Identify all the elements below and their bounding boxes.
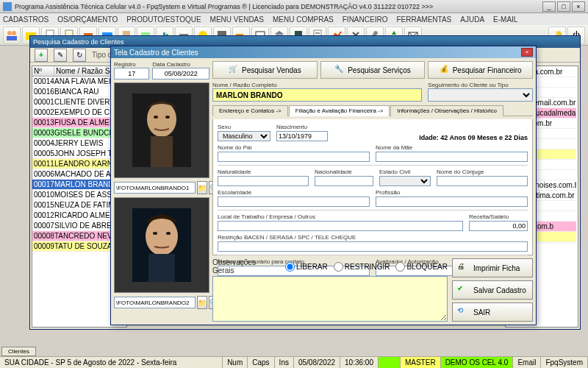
restricao-input[interactable] [218,241,528,252]
escolaridade-label: Escolaridade [218,189,370,196]
naturalidade-label: Naturalidade [218,169,309,175]
status-time: 10:36:00 [340,357,379,368]
datacadastro-label: Data Cadastro [152,61,209,68]
nascimento-label: Nascimento [276,124,328,130]
nome-input[interactable] [212,88,422,102]
statusbar: SUA CIDADE - SP 5 de Agosto de 2022 - Se… [0,356,588,368]
localtrabalho-label: Local de Trabalho / Empresa / Outros [218,213,463,220]
menu-email[interactable]: E-MAIL [493,15,517,24]
nascimento-input[interactable] [276,131,328,141]
nacionalidade-input[interactable] [315,176,373,186]
tabs: Endereço e Contatos -> Filiação e Avalia… [212,105,533,116]
status-demo: DEMO OS CEL 4.0 [441,357,514,368]
menu-compras[interactable]: MENU COMPRAS [273,15,334,24]
nomepai-input[interactable] [218,152,370,162]
svg-point-1 [12,31,16,35]
menu-cadastros[interactable]: CADASTROS [3,15,49,24]
tab-filiacao[interactable]: Filiação e Avaliação Financeira -> [289,105,390,116]
status-master: MASTER [401,357,441,368]
liberar-radio[interactable]: LIBERAR [285,262,328,272]
menu-ajuda[interactable]: AJUDA [460,15,484,24]
svg-point-26 [147,102,176,137]
bloquear-radio[interactable]: BLOQUEAR [395,262,448,272]
mdi-tab-clientes[interactable]: Clientes [1,347,36,356]
svg-point-0 [7,31,12,35]
menu-ferramentas[interactable]: FERRAMENTAS [396,15,451,24]
refresh-icon[interactable]: ↻ [73,49,86,62]
menu-financeiro[interactable]: FINANCEIRO [343,15,388,24]
photo1-browse-button[interactable]: 📁 [197,181,207,194]
mdi-tabs: Clientes [1,347,36,356]
status-num: Num [223,357,248,368]
estadocivil-select[interactable] [379,176,431,186]
tb-users-icon[interactable] [3,26,21,44]
status-caps: Caps [248,357,274,368]
form-pane: 🛒Pesquisar Vendas 🔧Pesquisar Serviços 💰P… [212,61,533,322]
main-titlebar: Programa Assistência Técnica Celular v4.… [0,0,588,13]
photo2-path-input[interactable] [114,297,196,308]
menu-vendas[interactable]: MENU VENDAS [210,15,264,24]
svg-rect-2 [7,36,17,40]
profissao-input[interactable] [376,197,528,207]
svg-rect-14 [181,31,187,34]
grid-header-num[interactable]: Nº [32,66,54,76]
escolaridade-input[interactable] [218,197,370,207]
minimize-button[interactable]: _ [542,1,556,12]
dialog-titlebar[interactable]: Tela Cadastro de Clientes × [111,46,536,58]
photo2 [114,197,209,293]
obs-textarea[interactable] [212,276,448,322]
app-icon [3,2,12,11]
nomemae-input[interactable] [376,152,528,162]
nomemae-label: Nome da Mãe [376,144,528,151]
status-ins: Ins [275,357,294,368]
close-button[interactable]: × [572,1,585,12]
svg-point-33 [166,232,171,235]
registro-label: Registro [114,61,149,68]
dialog-close-button[interactable]: × [521,48,533,57]
nacionalidade-label: Nacionalidade [315,169,373,175]
svg-marker-19 [275,31,284,34]
receita-input[interactable] [469,221,528,231]
seguimento-select[interactable] [428,88,533,102]
menu-produto[interactable]: PRODUTO/ESTOQUE [126,15,201,24]
svg-point-32 [153,232,157,235]
conjuge-input[interactable] [437,176,528,186]
tab-endereco[interactable]: Endereço e Contatos -> [212,105,288,116]
menu-os[interactable]: OS/ORÇAMENTO [57,15,118,24]
photo-pane: Registro Data Cadastro 📁 🔍 [114,61,209,322]
pesquisar-servicos-button[interactable]: 🔧Pesquisar Serviços [320,61,426,79]
svg-point-31 [146,217,178,255]
photo1-path-input[interactable] [114,182,196,194]
restringir-radio[interactable]: RESTRINGIR [334,262,390,272]
tab-content: SexoMasculino Nascimento Idade: 42 Anos … [212,119,533,255]
tab-informacoes[interactable]: Informações / Observações / Histórico [390,105,503,116]
maximize-button[interactable]: □ [557,1,570,12]
pesquisar-financeiro-button[interactable]: 💰Pesquisar Financeiro [428,61,533,79]
sair-button[interactable]: ⟲SAIR [452,302,533,322]
status-blank [379,357,401,368]
edit-icon[interactable]: ✎ [54,49,67,62]
nome-label: Nome / Razão Completo [212,82,422,88]
salvar-button[interactable]: ✔Salvar Cadastro [452,280,533,300]
receita-label: Receita/Salário [469,213,528,220]
naturalidade-input[interactable] [218,176,309,186]
sexo-select[interactable]: Masculino [218,131,270,141]
datacadastro-input[interactable] [152,68,209,79]
restricao-label: Restrição BACEN / SERASA / SPC / TELE CH… [218,234,528,241]
profissao-label: Profissão [376,189,528,196]
imprimir-button[interactable]: 🖨Imprimir Ficha [452,258,533,277]
photo2-browse-button[interactable]: 📁 [197,296,207,309]
conjuge-label: Nome do Cônjuge [437,169,528,175]
nomepai-label: Nome do Pai [218,144,370,151]
localtrabalho-input[interactable] [218,221,463,231]
window-title: Programa Assistência Técnica Celular v4.… [15,3,542,10]
sexo-label: Sexo [218,124,270,130]
add-icon[interactable]: + [35,49,48,62]
status-date: 05/08/2022 [294,357,340,368]
registro-input[interactable] [114,68,149,79]
pesquisar-vendas-button[interactable]: 🛒Pesquisar Vendas [212,61,318,79]
menubar: CADASTROS OS/ORÇAMENTO PRODUTO/ESTOQUE M… [0,13,588,25]
status-email: Email [513,357,541,368]
photo1 [114,82,209,178]
svg-rect-29 [151,136,173,167]
